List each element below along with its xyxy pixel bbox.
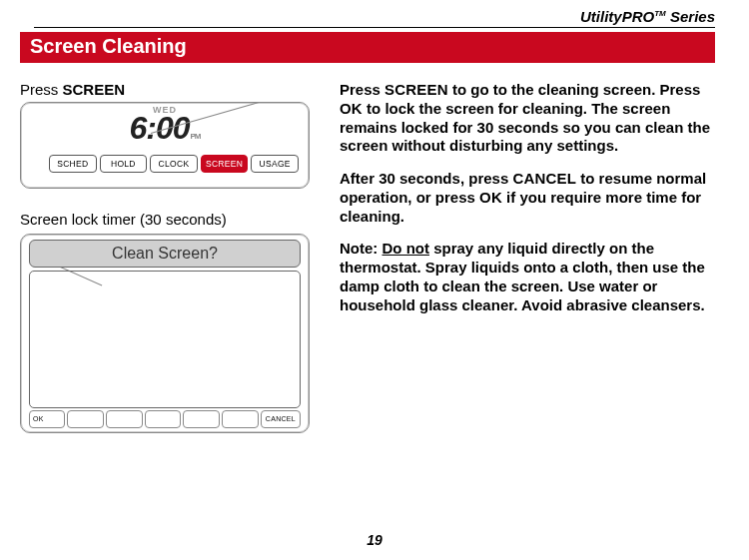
- bottom-button-row: OK CANCEL: [29, 410, 301, 428]
- right-column: Press SCREEN to go to the cleaning scree…: [340, 81, 715, 433]
- instruction-paragraph-2: After 30 seconds, press CANCEL to resume…: [340, 170, 715, 226]
- note-label: Note:: [340, 240, 377, 257]
- note-warning: Do not: [382, 240, 429, 257]
- instruction-paragraph-1: Press SCREEN to go to the cleaning scree…: [340, 81, 715, 156]
- note-paragraph: Note: Do not spray any liquid directly o…: [340, 240, 715, 314]
- blank-button[interactable]: [106, 410, 143, 428]
- left-column: Press SCREEN WED 6:00PM SCHED HOLD CLOCK…: [20, 81, 310, 433]
- blank-button[interactable]: [222, 410, 259, 428]
- sched-button[interactable]: SCHED: [49, 155, 97, 173]
- thermostat-panel-time: WED 6:00PM SCHED HOLD CLOCK SCREEN USAGE: [20, 102, 310, 189]
- blank-button[interactable]: [183, 410, 220, 428]
- hold-button[interactable]: HOLD: [100, 155, 148, 173]
- cancel-button[interactable]: CANCEL: [261, 410, 301, 428]
- lock-timer-label: Screen lock timer (30 seconds): [20, 211, 310, 228]
- content-area: Press SCREEN WED 6:00PM SCHED HOLD CLOCK…: [0, 81, 749, 433]
- clean-screen-prompt: Clean Screen?: [29, 240, 301, 268]
- blank-button[interactable]: [67, 410, 104, 428]
- screen-button[interactable]: SCREEN: [201, 155, 249, 173]
- thermostat-panel-clean: Clean Screen? OK CANCEL: [20, 234, 310, 433]
- blank-button[interactable]: [145, 410, 182, 428]
- brand-name: UtilityPRO: [580, 8, 654, 25]
- thermostat-button-row: SCHED HOLD CLOCK SCREEN USAGE: [21, 155, 309, 179]
- header-rule: [34, 27, 715, 28]
- inner-frame: [29, 271, 301, 408]
- series-header: UtilityPROTM Series: [0, 0, 749, 27]
- time-display-area: WED 6:00PM: [21, 103, 309, 155]
- brand-tm: TM: [654, 9, 666, 18]
- press-screen-label: Press SCREEN: [20, 81, 310, 98]
- clock-button[interactable]: CLOCK: [150, 155, 198, 173]
- ampm-label: PM: [191, 132, 201, 141]
- page-number: 19: [0, 532, 749, 548]
- usage-button[interactable]: USAGE: [251, 155, 299, 173]
- brand-series: Series: [666, 8, 715, 25]
- section-title: Screen Cleaning: [20, 32, 715, 63]
- ok-button[interactable]: OK: [29, 410, 65, 428]
